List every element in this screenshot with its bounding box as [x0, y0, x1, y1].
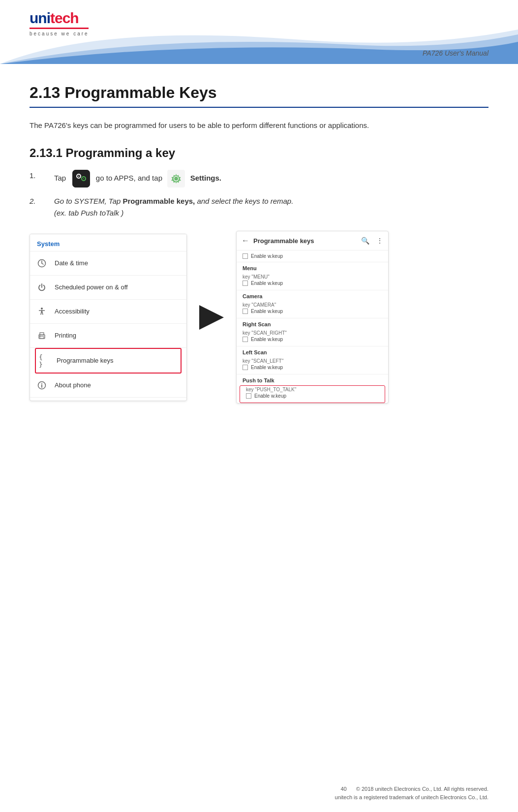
print-icon	[37, 331, 47, 341]
prog-menu-checkbox	[243, 281, 248, 286]
prog-camera-enable-label: Enable w.keup	[251, 309, 283, 314]
logo-text: unitech	[30, 10, 89, 27]
footer-copyright-text: © 2018 unitech Electronics Co., Ltd. All…	[356, 786, 488, 792]
prog-item-left-scan-enable: Enable w.keup	[243, 365, 382, 370]
step-2: 2. Go to SYSTEM, Tap Programmable keys, …	[30, 195, 488, 219]
menu-item-scheduled-power: Scheduled power on & off	[30, 276, 186, 300]
menu-item-programmable-keys-highlighted: { } Programmable keys	[35, 348, 182, 374]
svg-point-4	[83, 178, 84, 179]
step-2-num: 2.	[30, 195, 54, 207]
prog-item-menu-key: key "MENU"	[243, 274, 382, 280]
step-1: 1. Tap go to APPS, and tap	[30, 170, 488, 187]
menu-item-scheduled-power-label: Scheduled power on & off	[55, 283, 128, 291]
manual-title: PA726 User's Manual	[423, 49, 488, 57]
more-icon: ⋮	[376, 237, 383, 245]
code-icon: { }	[39, 356, 49, 366]
prog-item-right-scan: key "SCAN_RIGHT" Enable w.keup	[237, 329, 388, 346]
prog-section-menu-header: Menu	[237, 262, 388, 273]
prog-item-push-to-talk-enable: Enable w.keup	[246, 393, 379, 399]
top-enable-label: Enable w.keup	[251, 253, 283, 259]
prog-section-menu: Menu key "MENU" Enable w.keup	[237, 262, 388, 290]
step-2-content: Go to SYSTEM, Tap Programmable keys, and…	[54, 195, 488, 219]
logo-uni: uni	[30, 10, 50, 26]
menu-item-about-phone-label: About phone	[55, 381, 91, 389]
prog-camera-checkbox	[243, 309, 248, 314]
prog-right-scan-enable-label: Enable w.keup	[251, 337, 283, 342]
prog-menu-enable-label: Enable w.keup	[251, 281, 283, 286]
prog-item-camera: key "CAMERA" Enable w.keup	[237, 301, 388, 318]
left-screenshot-title: System	[37, 240, 60, 248]
top-enable-checkbox: Enable w.keup	[243, 253, 382, 259]
prog-section-camera-header: Camera	[237, 290, 388, 301]
svg-point-2	[78, 176, 79, 177]
prog-section-camera: Camera key "CAMERA" Enable w.keup	[237, 290, 388, 318]
arrow-right-icon	[199, 305, 224, 330]
step-1-num: 1.	[30, 170, 54, 182]
prog-push-to-talk-checkbox	[246, 393, 251, 399]
right-screenshot: ← Programmable keys 🔍 ⋮ Enable w.keup Me…	[236, 231, 389, 404]
prog-item-push-to-talk: key "PUSH_TO_TALK" Enable w.keup	[240, 385, 385, 403]
settings-icon	[167, 170, 185, 187]
prog-left-scan-checkbox	[243, 365, 248, 370]
top-enable-check	[243, 253, 248, 259]
top-enable-item: Enable w.keup	[237, 250, 388, 262]
subsection-title: 2.13.1 Programming a key	[30, 146, 488, 160]
svg-line-10	[42, 263, 43, 264]
prog-section-left-scan-header: Left Scan	[237, 346, 388, 357]
prog-item-left-scan-key: key "SCAN_LEFT"	[243, 358, 382, 364]
menu-item-printing: Printing	[30, 324, 186, 348]
prog-push-to-talk-enable-label: Enable w.keup	[254, 393, 286, 399]
prog-item-camera-key: key "CAMERA"	[243, 302, 382, 308]
settings-label: Settings.	[190, 174, 221, 182]
menu-item-printing-label: Printing	[55, 332, 76, 339]
info-icon	[37, 380, 47, 390]
right-screenshot-title: Programmable keys	[253, 237, 357, 245]
clock-icon	[37, 258, 47, 268]
left-screenshot-header: System	[30, 234, 186, 251]
header-arc	[0, 25, 518, 64]
step-2-bold: Programmable keys,	[123, 197, 195, 205]
page-footer: 40 © 2018 unitech Electronics Co., Ltd. …	[0, 785, 518, 802]
logo-tech: tech	[50, 10, 79, 26]
section-description: The PA726's keys can be programmed for u…	[30, 120, 488, 131]
menu-item-date-time: Date & time	[30, 251, 186, 276]
svg-point-19	[39, 336, 40, 337]
footer-trademark-text: unitech is a registered trademark of uni…	[335, 794, 488, 800]
svg-point-22	[41, 383, 42, 384]
main-content: 2.13 Programmable Keys The PA726's keys …	[0, 74, 518, 433]
footer-page-num: 40	[341, 786, 347, 792]
page-header: unitech because we care PA726 User's Man…	[0, 0, 518, 64]
menu-item-programmable-keys-label: Programmable keys	[57, 357, 114, 364]
right-screenshot-header: ← Programmable keys 🔍 ⋮	[237, 231, 388, 250]
menu-item-date-time-label: Date & time	[55, 259, 88, 267]
section-title: 2.13 Programmable Keys	[30, 84, 488, 102]
section-divider	[30, 107, 488, 108]
accessibility-icon	[37, 307, 47, 316]
prog-item-menu-enable: Enable w.keup	[243, 281, 382, 286]
prog-item-right-scan-enable: Enable w.keup	[243, 337, 382, 342]
prog-item-left-scan: key "SCAN_LEFT" Enable w.keup	[237, 357, 388, 375]
step-2-italic: (ex. tab Push toTalk )	[54, 209, 123, 217]
footer-copyright: © 2018 unitech Electronics Co., Ltd. All…	[335, 786, 488, 801]
prog-section-left-scan: Left Scan key "SCAN_LEFT" Enable w.keup	[237, 346, 388, 375]
prog-section-push-to-talk: Push to Talk key "PUSH_TO_TALK" Enable w…	[237, 375, 388, 403]
left-screenshot: System Date & time	[30, 234, 187, 401]
prog-item-push-to-talk-key: key "PUSH_TO_TALK"	[246, 387, 379, 392]
prog-item-camera-enable: Enable w.keup	[243, 309, 382, 314]
menu-item-programmable-keys: { } Programmable keys	[36, 349, 181, 373]
menu-item-accessibility: Accessibility	[30, 300, 186, 324]
step-1-content: Tap go to APPS, and tap	[54, 170, 488, 187]
screenshots-row: System Date & time	[30, 231, 488, 404]
prog-right-scan-checkbox	[243, 337, 248, 342]
arrow-block	[197, 305, 226, 330]
prog-left-scan-enable-label: Enable w.keup	[251, 365, 283, 370]
prog-section-right-scan: Right Scan key "SCAN_RIGHT" Enable w.keu…	[237, 318, 388, 346]
power-icon	[37, 282, 47, 292]
prog-item-right-scan-key: key "SCAN_RIGHT"	[243, 330, 382, 336]
svg-point-11	[41, 308, 43, 310]
search-icon: 🔍	[361, 237, 369, 245]
prog-item-menu: key "MENU" Enable w.keup	[237, 273, 388, 290]
prog-section-push-to-talk-header: Push to Talk	[237, 375, 388, 385]
footer-content: 40 © 2018 unitech Electronics Co., Ltd. …	[335, 785, 488, 802]
menu-item-about-phone: About phone	[30, 374, 186, 398]
